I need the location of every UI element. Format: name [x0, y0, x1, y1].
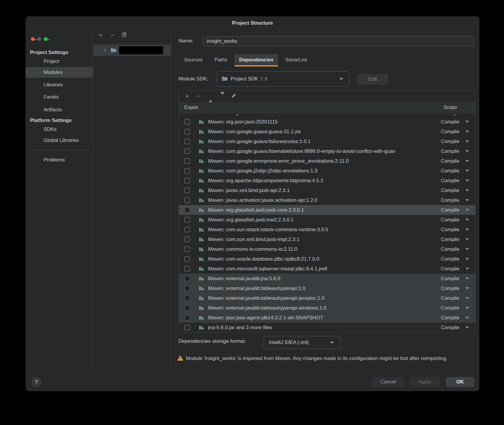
scope-dropdown[interactable]: Compile: [441, 158, 475, 164]
dependency-row[interactable]: Maven: com.oracle.database.jdbc:ojdbc8:2…: [179, 254, 475, 264]
sidebar-item-modules[interactable]: Modules: [25, 67, 93, 78]
scope-dropdown[interactable]: Compile: [441, 246, 475, 252]
dependency-row[interactable]: Maven: com.google.j2objc:j2objc-annotati…: [179, 166, 475, 176]
scope-dropdown[interactable]: Compile: [441, 315, 475, 321]
cancel-button[interactable]: Cancel: [372, 377, 404, 387]
sidebar-item-sdks[interactable]: SDKs: [25, 124, 93, 135]
ok-button[interactable]: OK: [446, 377, 474, 387]
dependency-row[interactable]: Maven: external.javalib:jna:5.6.0 Compil…: [179, 274, 475, 283]
back-icon[interactable]: ←: [33, 35, 39, 42]
scope-dropdown[interactable]: Compile: [441, 168, 475, 174]
dependency-row[interactable]: Maven: javax.xml.bind:jaxb-api:2.3.1 Com…: [179, 185, 475, 195]
sidebar-item-libraries[interactable]: Libraries: [25, 80, 93, 90]
sidebar-item-global-libraries[interactable]: Global Libraries: [25, 135, 93, 146]
tab-dependencies[interactable]: Dependencies: [235, 54, 278, 66]
export-checkbox[interactable]: [184, 129, 190, 134]
export-checkbox[interactable]: [184, 266, 190, 272]
sidebar-item-facets[interactable]: Facets: [25, 92, 93, 102]
scope-dropdown[interactable]: Compile: [441, 139, 475, 145]
dependency-row[interactable]: Maven: external.javalib:tableauhyperapi-…: [179, 303, 475, 313]
dependency-row[interactable]: jna-5.6.0.jar and 3 more files Compile: [179, 323, 475, 332]
scope-dropdown[interactable]: Compile: [441, 148, 475, 154]
export-checkbox[interactable]: [184, 217, 190, 223]
dependency-row[interactable]: Maven: javax.activation:javax.activation…: [179, 195, 475, 205]
chevron-right-icon[interactable]: ›: [104, 46, 106, 53]
scope-dropdown[interactable]: Compile: [441, 227, 475, 233]
apply-button[interactable]: Apply: [409, 377, 441, 387]
scope-dropdown[interactable]: Compile: [441, 178, 475, 184]
scope-dropdown[interactable]: Compile: [441, 325, 475, 331]
tab-sources[interactable]: Sources: [179, 54, 207, 66]
scope-dropdown[interactable]: Compile: [441, 256, 475, 262]
scope-dropdown[interactable]: Compile: [441, 188, 475, 194]
dependency-row[interactable]: Maven: org.json:json:20201115 Compile: [179, 117, 475, 127]
scope-dropdown[interactable]: Compile: [441, 129, 475, 135]
scope-dropdown[interactable]: Compile: [441, 119, 475, 125]
tab-sonarlint[interactable]: SonarLint: [280, 54, 312, 66]
export-checkbox[interactable]: [184, 139, 190, 144]
export-checkbox[interactable]: [184, 305, 190, 311]
dependency-row[interactable]: Maven: com.google.guava:guava:31.1-jre C…: [179, 127, 475, 137]
warning-text: Module 'insight_works' is imported from …: [186, 355, 456, 362]
copy-icon[interactable]: [122, 32, 127, 38]
export-checkbox[interactable]: [184, 246, 190, 252]
export-checkbox[interactable]: [184, 237, 190, 242]
move-down-icon[interactable]: [220, 95, 224, 100]
scope-dropdown[interactable]: Compile: [441, 266, 475, 272]
export-checkbox[interactable]: [184, 168, 190, 174]
export-checkbox[interactable]: [184, 315, 190, 321]
sidebar-item-project[interactable]: Project: [25, 56, 93, 67]
forward-icon[interactable]: →: [45, 35, 51, 42]
dependency-row[interactable]: Maven: com.microsoft.sqlserver:mssql-jdb…: [179, 264, 475, 274]
dependency-row[interactable]: Maven: com.google.errorprone:error_prone…: [179, 156, 475, 166]
scope-dropdown[interactable]: Compile: [441, 286, 475, 291]
export-checkbox[interactable]: [184, 276, 190, 281]
module-tree-row[interactable]: ›: [93, 45, 171, 56]
chevron-down-icon: [465, 229, 469, 231]
dependency-row[interactable]: Maven: jsso:jsso-agent-jdk14:3.2.1-ski-S…: [179, 313, 475, 323]
move-up-icon[interactable]: [208, 95, 213, 100]
scope-dropdown[interactable]: Compile: [441, 237, 475, 242]
dependency-row[interactable]: Maven: org.apache.httpcomponents:httpmim…: [179, 176, 475, 185]
scope-dropdown[interactable]: Compile: [441, 207, 475, 213]
export-checkbox[interactable]: [184, 188, 190, 193]
export-checkbox[interactable]: [184, 148, 190, 154]
export-checkbox[interactable]: [184, 227, 190, 232]
module-name-input[interactable]: [203, 36, 474, 46]
scope-dropdown[interactable]: Compile: [441, 305, 475, 311]
dependency-row[interactable]: Maven: com.google.guava:failureaccess:1.…: [179, 137, 475, 146]
tab-paths[interactable]: Paths: [210, 54, 232, 66]
dependency-row[interactable]: Maven: commons-io:commons-io:2.11.0 Comp…: [179, 244, 475, 254]
scope-dropdown[interactable]: Compile: [441, 197, 475, 203]
export-checkbox[interactable]: [184, 158, 190, 164]
export-checkbox[interactable]: [184, 178, 190, 183]
scope-dropdown[interactable]: Compile: [441, 217, 475, 223]
dependency-row[interactable]: Maven: org.glassfish.jaxb:jaxb-core:2.3.…: [179, 205, 475, 215]
export-checkbox[interactable]: [184, 256, 190, 262]
dependency-row[interactable]: Maven: com.google.guava:listenablefuture…: [179, 146, 475, 156]
dependency-row[interactable]: Maven: external.javalib:tableauhyperapi:…: [179, 283, 475, 293]
dependency-row[interactable]: Maven: com.sun.istack:istack-commons-run…: [179, 225, 475, 234]
module-sdk-select[interactable]: Project SDK 1.8: [217, 71, 349, 87]
dependency-row[interactable]: Maven: org.glassfish.jaxb:txw2:2.3.0.1 C…: [179, 215, 475, 225]
export-checkbox[interactable]: [184, 295, 190, 301]
add-icon[interactable]: +: [99, 32, 103, 38]
sidebar-item-problems[interactable]: Problems: [25, 155, 93, 165]
edit-icon[interactable]: [231, 93, 236, 99]
help-button[interactable]: ?: [31, 377, 42, 387]
export-checkbox[interactable]: [184, 197, 190, 203]
remove-icon[interactable]: −: [197, 93, 200, 100]
sidebar-item-artifacts[interactable]: Artifacts: [25, 104, 93, 115]
dependency-row[interactable]: Maven: com.sun.xml.bind:jaxb-impl:2.3.1 …: [179, 234, 475, 244]
dependency-row[interactable]: Maven: external.javalib:tableauhyperapi-…: [179, 293, 475, 303]
export-checkbox[interactable]: [184, 119, 190, 125]
export-checkbox[interactable]: [184, 286, 190, 291]
export-checkbox[interactable]: [184, 325, 190, 330]
edit-sdk-button[interactable]: Edit: [357, 74, 389, 85]
export-checkbox[interactable]: [184, 207, 190, 213]
storage-format-select[interactable]: IntelliJ IDEA (.iml): [264, 336, 341, 349]
scope-dropdown[interactable]: Compile: [441, 295, 475, 301]
remove-icon[interactable]: −: [111, 32, 114, 38]
scope-dropdown[interactable]: Compile: [441, 276, 475, 282]
add-icon[interactable]: +: [185, 93, 189, 100]
